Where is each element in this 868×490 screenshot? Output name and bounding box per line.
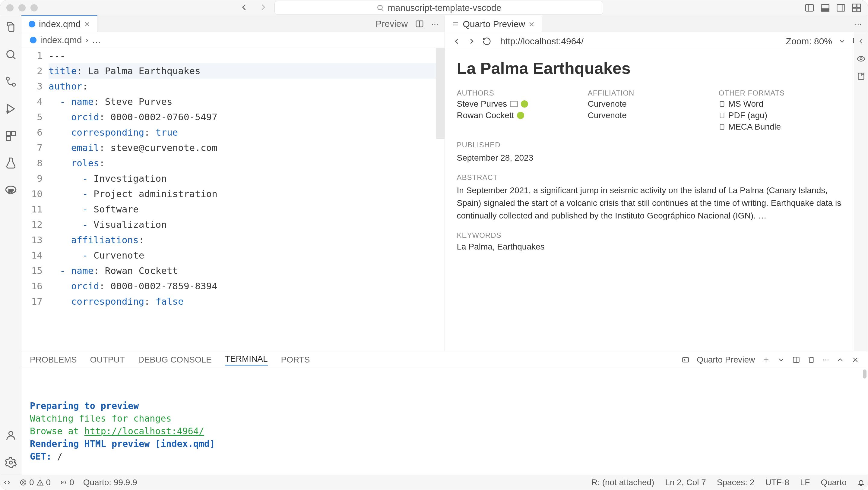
svg-rect-7 bbox=[852, 4, 856, 7]
affiliation-row: Curvenote bbox=[588, 99, 713, 109]
breadcrumb-file: index.qmd bbox=[40, 35, 82, 45]
cursor-position[interactable]: Ln 2, Col 7 bbox=[665, 478, 706, 487]
preview-url[interactable]: http://localhost:4964/ bbox=[500, 36, 584, 46]
panel-tab-ports[interactable]: PORTS bbox=[281, 355, 310, 365]
r-icon[interactable] bbox=[5, 184, 17, 196]
run-debug-icon[interactable] bbox=[5, 103, 17, 115]
command-center[interactable]: manuscript-template-vscode bbox=[275, 1, 603, 15]
notifications-icon[interactable] bbox=[858, 479, 865, 486]
author-row: Rowan Cockett bbox=[457, 110, 582, 120]
new-terminal-icon[interactable] bbox=[762, 356, 770, 364]
toggle-primary-sidebar-icon[interactable] bbox=[804, 3, 815, 13]
minimize-window-button[interactable] bbox=[19, 4, 26, 11]
svg-point-0 bbox=[378, 5, 382, 10]
other-format-link[interactable]: PDF (agu) bbox=[719, 110, 843, 120]
chevron-down-icon[interactable] bbox=[838, 37, 846, 45]
orcid-icon[interactable] bbox=[521, 100, 528, 107]
workarea: index.qmd × Preview ··· index.qmd › … bbox=[22, 15, 868, 475]
eol[interactable]: LF bbox=[800, 478, 810, 487]
more-actions-icon[interactable]: ··· bbox=[855, 19, 862, 29]
preview-back-icon[interactable] bbox=[452, 37, 461, 46]
editor-area[interactable]: 1234567891011121314151617 ---title: La P… bbox=[22, 48, 444, 351]
maximize-window-button[interactable] bbox=[30, 4, 38, 11]
panel-tab-problems[interactable]: PROBLEMS bbox=[30, 355, 77, 365]
eye-icon[interactable] bbox=[857, 55, 865, 63]
other-format-link[interactable]: MECA Bundle bbox=[719, 122, 843, 132]
svg-point-13 bbox=[12, 83, 16, 86]
code-content[interactable]: ---title: La Palma Earthquakesauthor: - … bbox=[49, 48, 444, 351]
split-editor-icon[interactable] bbox=[415, 19, 424, 28]
svg-point-45 bbox=[40, 484, 40, 484]
svg-point-20 bbox=[9, 431, 13, 435]
affiliation-row bbox=[588, 122, 713, 132]
close-panel-icon[interactable] bbox=[851, 356, 859, 364]
published-date: September 28, 2023 bbox=[457, 152, 844, 164]
svg-rect-38 bbox=[809, 358, 813, 362]
close-window-button[interactable] bbox=[6, 4, 13, 11]
language-mode[interactable]: Quarto bbox=[820, 478, 846, 487]
ports-count[interactable]: 0 bbox=[60, 478, 74, 487]
toggle-secondary-sidebar-icon[interactable] bbox=[836, 3, 846, 13]
maximize-panel-icon[interactable] bbox=[836, 356, 844, 364]
panel-tab-debug-console[interactable]: DEBUG CONSOLE bbox=[138, 355, 212, 365]
email-icon[interactable] bbox=[510, 101, 518, 107]
close-tab-icon[interactable]: × bbox=[84, 19, 90, 29]
svg-point-46 bbox=[63, 482, 64, 483]
terminal-task-label[interactable]: Quarto Preview bbox=[697, 355, 755, 365]
svg-rect-5 bbox=[837, 4, 845, 11]
terminal-scrollbar[interactable] bbox=[863, 369, 867, 379]
terminal-output[interactable]: Preparing to previewWatching files for c… bbox=[22, 368, 868, 475]
svg-rect-15 bbox=[6, 131, 10, 135]
toggle-panel-icon[interactable] bbox=[820, 3, 830, 13]
svg-rect-16 bbox=[11, 131, 15, 135]
encoding[interactable]: UTF-8 bbox=[765, 478, 789, 487]
settings-gear-icon[interactable] bbox=[5, 457, 17, 468]
preview-reload-icon[interactable] bbox=[482, 37, 491, 46]
author-row: Steve Purves bbox=[457, 99, 582, 109]
tab-label: Quarto Preview bbox=[463, 19, 525, 29]
search-icon[interactable] bbox=[5, 48, 17, 61]
preview-forward-icon[interactable] bbox=[467, 37, 476, 46]
preview-action[interactable]: Preview bbox=[375, 19, 408, 29]
more-icon[interactable]: ··· bbox=[823, 355, 829, 364]
nav-back-icon[interactable] bbox=[239, 2, 249, 13]
panel-tab-terminal[interactable]: TERMINAL bbox=[225, 354, 268, 365]
minimap[interactable] bbox=[436, 48, 444, 139]
tab-quarto-preview[interactable]: Quarto Preview × bbox=[445, 15, 542, 32]
panel-tabs: PROBLEMSOUTPUTDEBUG CONSOLETERMINALPORTS… bbox=[22, 351, 868, 368]
svg-rect-1 bbox=[806, 4, 813, 11]
tab-index-qmd[interactable]: index.qmd × bbox=[22, 15, 97, 32]
note-icon[interactable] bbox=[857, 72, 865, 80]
other-format-link[interactable]: MS Word bbox=[719, 99, 843, 109]
chevron-down-icon[interactable] bbox=[777, 356, 785, 364]
customize-layout-icon[interactable] bbox=[851, 3, 862, 13]
breadcrumb[interactable]: index.qmd › … bbox=[22, 32, 444, 48]
svg-point-31 bbox=[860, 58, 862, 60]
r-status[interactable]: R: (not attached) bbox=[591, 478, 654, 487]
panel-tab-output[interactable]: OUTPUT bbox=[90, 355, 125, 365]
preview-content[interactable]: La Palma Earthquakes AUTHORS AFFILIATION… bbox=[445, 50, 868, 351]
quarto-file-icon bbox=[30, 37, 36, 43]
orcid-icon[interactable] bbox=[517, 112, 524, 119]
zoom-label[interactable]: Zoom: 80% bbox=[786, 36, 832, 46]
svg-point-11 bbox=[7, 51, 13, 58]
close-tab-icon[interactable]: × bbox=[529, 19, 534, 29]
problems-count[interactable]: 0 0 bbox=[20, 478, 51, 487]
activity-bar bbox=[0, 15, 22, 475]
quarto-version[interactable]: Quarto: 99.9.9 bbox=[83, 478, 137, 487]
trash-icon[interactable] bbox=[807, 356, 815, 364]
editor-group-right: Quarto Preview × ··· http://localhost:49… bbox=[445, 15, 868, 351]
testing-icon[interactable] bbox=[5, 157, 17, 169]
chevron-left-icon[interactable] bbox=[857, 37, 865, 45]
extensions-icon[interactable] bbox=[5, 130, 17, 142]
split-terminal-icon[interactable] bbox=[792, 356, 800, 364]
indentation[interactable]: Spaces: 2 bbox=[717, 478, 754, 487]
remote-indicator[interactable] bbox=[3, 479, 10, 486]
abstract-label: ABSTRACT bbox=[457, 173, 844, 182]
terminal-line: Preparing to preview bbox=[30, 400, 859, 412]
source-control-icon[interactable] bbox=[5, 76, 17, 88]
accounts-icon[interactable] bbox=[5, 429, 17, 442]
preview-toolbar: http://localhost:4964/ Zoom: 80% bbox=[445, 32, 868, 50]
more-actions-icon[interactable]: ··· bbox=[431, 19, 438, 29]
explorer-icon[interactable] bbox=[5, 22, 17, 33]
